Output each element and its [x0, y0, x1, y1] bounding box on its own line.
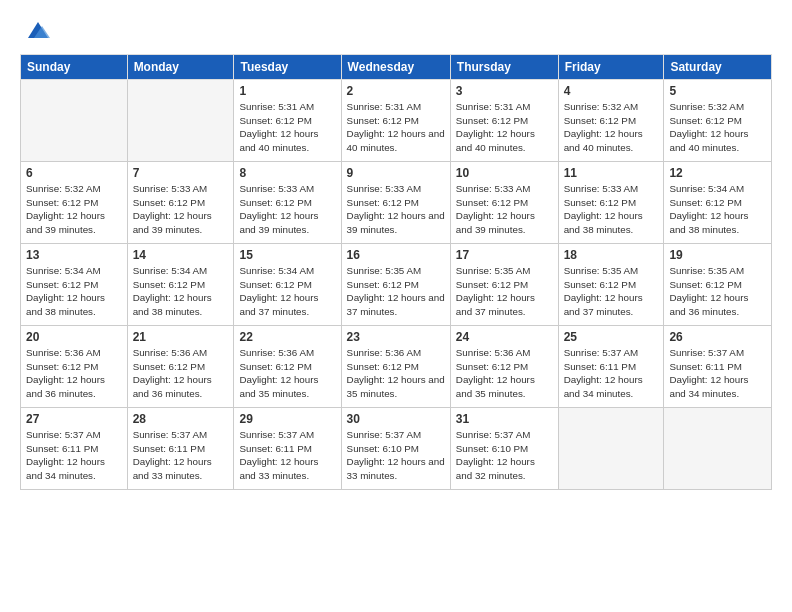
calendar-cell: [558, 408, 664, 490]
day-info: Sunrise: 5:33 AM Sunset: 6:12 PM Dayligh…: [133, 182, 229, 237]
calendar-cell: 12Sunrise: 5:34 AM Sunset: 6:12 PM Dayli…: [664, 162, 772, 244]
calendar-cell: 8Sunrise: 5:33 AM Sunset: 6:12 PM Daylig…: [234, 162, 341, 244]
day-number: 30: [347, 412, 445, 426]
day-number: 9: [347, 166, 445, 180]
day-info: Sunrise: 5:33 AM Sunset: 6:12 PM Dayligh…: [456, 182, 553, 237]
calendar-week-row: 20Sunrise: 5:36 AM Sunset: 6:12 PM Dayli…: [21, 326, 772, 408]
calendar-cell: 11Sunrise: 5:33 AM Sunset: 6:12 PM Dayli…: [558, 162, 664, 244]
day-info: Sunrise: 5:34 AM Sunset: 6:12 PM Dayligh…: [669, 182, 766, 237]
calendar-cell: 1Sunrise: 5:31 AM Sunset: 6:12 PM Daylig…: [234, 80, 341, 162]
day-info: Sunrise: 5:37 AM Sunset: 6:11 PM Dayligh…: [26, 428, 122, 483]
calendar-week-row: 1Sunrise: 5:31 AM Sunset: 6:12 PM Daylig…: [21, 80, 772, 162]
calendar-cell: 4Sunrise: 5:32 AM Sunset: 6:12 PM Daylig…: [558, 80, 664, 162]
day-number: 3: [456, 84, 553, 98]
calendar-cell: [664, 408, 772, 490]
calendar-week-row: 27Sunrise: 5:37 AM Sunset: 6:11 PM Dayli…: [21, 408, 772, 490]
weekday-header-sunday: Sunday: [21, 55, 128, 80]
page: SundayMondayTuesdayWednesdayThursdayFrid…: [0, 0, 792, 612]
weekday-header-friday: Friday: [558, 55, 664, 80]
day-number: 8: [239, 166, 335, 180]
calendar-cell: 16Sunrise: 5:35 AM Sunset: 6:12 PM Dayli…: [341, 244, 450, 326]
day-info: Sunrise: 5:34 AM Sunset: 6:12 PM Dayligh…: [239, 264, 335, 319]
weekday-header-thursday: Thursday: [450, 55, 558, 80]
calendar-cell: 26Sunrise: 5:37 AM Sunset: 6:11 PM Dayli…: [664, 326, 772, 408]
day-number: 1: [239, 84, 335, 98]
day-number: 20: [26, 330, 122, 344]
calendar-cell: 23Sunrise: 5:36 AM Sunset: 6:12 PM Dayli…: [341, 326, 450, 408]
logo: [20, 16, 52, 44]
day-info: Sunrise: 5:31 AM Sunset: 6:12 PM Dayligh…: [456, 100, 553, 155]
day-info: Sunrise: 5:36 AM Sunset: 6:12 PM Dayligh…: [347, 346, 445, 401]
weekday-header-saturday: Saturday: [664, 55, 772, 80]
day-number: 31: [456, 412, 553, 426]
calendar-week-row: 6Sunrise: 5:32 AM Sunset: 6:12 PM Daylig…: [21, 162, 772, 244]
day-number: 27: [26, 412, 122, 426]
calendar-week-row: 13Sunrise: 5:34 AM Sunset: 6:12 PM Dayli…: [21, 244, 772, 326]
day-number: 22: [239, 330, 335, 344]
calendar-cell: 5Sunrise: 5:32 AM Sunset: 6:12 PM Daylig…: [664, 80, 772, 162]
day-info: Sunrise: 5:34 AM Sunset: 6:12 PM Dayligh…: [26, 264, 122, 319]
day-info: Sunrise: 5:32 AM Sunset: 6:12 PM Dayligh…: [564, 100, 659, 155]
day-number: 29: [239, 412, 335, 426]
calendar-cell: 15Sunrise: 5:34 AM Sunset: 6:12 PM Dayli…: [234, 244, 341, 326]
calendar-cell: 19Sunrise: 5:35 AM Sunset: 6:12 PM Dayli…: [664, 244, 772, 326]
calendar-cell: 13Sunrise: 5:34 AM Sunset: 6:12 PM Dayli…: [21, 244, 128, 326]
day-number: 23: [347, 330, 445, 344]
day-number: 4: [564, 84, 659, 98]
weekday-header-wednesday: Wednesday: [341, 55, 450, 80]
header: [20, 16, 772, 44]
day-info: Sunrise: 5:37 AM Sunset: 6:11 PM Dayligh…: [239, 428, 335, 483]
day-info: Sunrise: 5:31 AM Sunset: 6:12 PM Dayligh…: [239, 100, 335, 155]
day-number: 21: [133, 330, 229, 344]
day-number: 2: [347, 84, 445, 98]
day-number: 25: [564, 330, 659, 344]
day-info: Sunrise: 5:36 AM Sunset: 6:12 PM Dayligh…: [133, 346, 229, 401]
calendar-cell: 10Sunrise: 5:33 AM Sunset: 6:12 PM Dayli…: [450, 162, 558, 244]
calendar-cell: 22Sunrise: 5:36 AM Sunset: 6:12 PM Dayli…: [234, 326, 341, 408]
day-number: 18: [564, 248, 659, 262]
calendar-cell: 31Sunrise: 5:37 AM Sunset: 6:10 PM Dayli…: [450, 408, 558, 490]
calendar-cell: [21, 80, 128, 162]
calendar-cell: 24Sunrise: 5:36 AM Sunset: 6:12 PM Dayli…: [450, 326, 558, 408]
day-number: 19: [669, 248, 766, 262]
calendar-cell: 2Sunrise: 5:31 AM Sunset: 6:12 PM Daylig…: [341, 80, 450, 162]
day-info: Sunrise: 5:35 AM Sunset: 6:12 PM Dayligh…: [669, 264, 766, 319]
calendar-cell: 30Sunrise: 5:37 AM Sunset: 6:10 PM Dayli…: [341, 408, 450, 490]
day-info: Sunrise: 5:32 AM Sunset: 6:12 PM Dayligh…: [669, 100, 766, 155]
calendar-cell: 6Sunrise: 5:32 AM Sunset: 6:12 PM Daylig…: [21, 162, 128, 244]
day-number: 11: [564, 166, 659, 180]
day-number: 12: [669, 166, 766, 180]
calendar-cell: 20Sunrise: 5:36 AM Sunset: 6:12 PM Dayli…: [21, 326, 128, 408]
day-info: Sunrise: 5:33 AM Sunset: 6:12 PM Dayligh…: [239, 182, 335, 237]
logo-icon: [24, 16, 52, 44]
day-number: 10: [456, 166, 553, 180]
day-info: Sunrise: 5:35 AM Sunset: 6:12 PM Dayligh…: [347, 264, 445, 319]
day-number: 26: [669, 330, 766, 344]
day-number: 17: [456, 248, 553, 262]
day-info: Sunrise: 5:36 AM Sunset: 6:12 PM Dayligh…: [239, 346, 335, 401]
calendar-cell: 28Sunrise: 5:37 AM Sunset: 6:11 PM Dayli…: [127, 408, 234, 490]
calendar-cell: 14Sunrise: 5:34 AM Sunset: 6:12 PM Dayli…: [127, 244, 234, 326]
day-info: Sunrise: 5:37 AM Sunset: 6:11 PM Dayligh…: [564, 346, 659, 401]
calendar-cell: 21Sunrise: 5:36 AM Sunset: 6:12 PM Dayli…: [127, 326, 234, 408]
calendar-cell: 3Sunrise: 5:31 AM Sunset: 6:12 PM Daylig…: [450, 80, 558, 162]
calendar-table: SundayMondayTuesdayWednesdayThursdayFrid…: [20, 54, 772, 490]
day-info: Sunrise: 5:34 AM Sunset: 6:12 PM Dayligh…: [133, 264, 229, 319]
day-number: 16: [347, 248, 445, 262]
day-info: Sunrise: 5:31 AM Sunset: 6:12 PM Dayligh…: [347, 100, 445, 155]
day-number: 14: [133, 248, 229, 262]
day-number: 24: [456, 330, 553, 344]
day-info: Sunrise: 5:33 AM Sunset: 6:12 PM Dayligh…: [347, 182, 445, 237]
calendar-cell: 9Sunrise: 5:33 AM Sunset: 6:12 PM Daylig…: [341, 162, 450, 244]
calendar-cell: 27Sunrise: 5:37 AM Sunset: 6:11 PM Dayli…: [21, 408, 128, 490]
day-number: 7: [133, 166, 229, 180]
day-info: Sunrise: 5:35 AM Sunset: 6:12 PM Dayligh…: [564, 264, 659, 319]
day-number: 28: [133, 412, 229, 426]
day-info: Sunrise: 5:36 AM Sunset: 6:12 PM Dayligh…: [456, 346, 553, 401]
day-info: Sunrise: 5:37 AM Sunset: 6:11 PM Dayligh…: [669, 346, 766, 401]
day-info: Sunrise: 5:35 AM Sunset: 6:12 PM Dayligh…: [456, 264, 553, 319]
calendar-cell: 7Sunrise: 5:33 AM Sunset: 6:12 PM Daylig…: [127, 162, 234, 244]
calendar-header-row: SundayMondayTuesdayWednesdayThursdayFrid…: [21, 55, 772, 80]
day-info: Sunrise: 5:33 AM Sunset: 6:12 PM Dayligh…: [564, 182, 659, 237]
day-info: Sunrise: 5:37 AM Sunset: 6:11 PM Dayligh…: [133, 428, 229, 483]
